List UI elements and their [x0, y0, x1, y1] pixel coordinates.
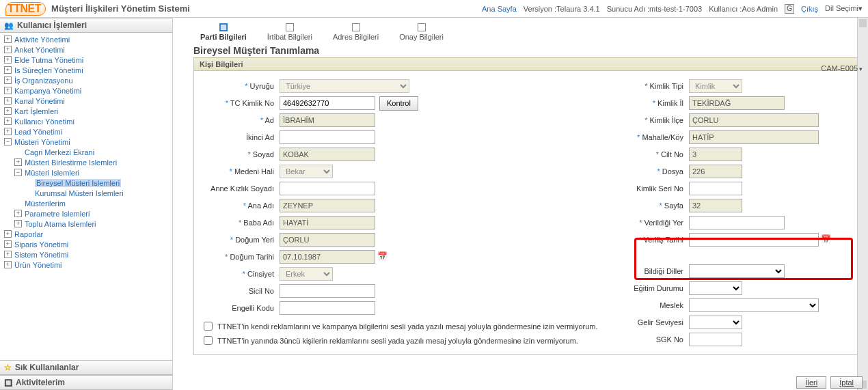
- app-header: TTNET Müşteri İlişkileri Yönetim Sistemi…: [0, 0, 868, 18]
- select-kimlik-tipi[interactable]: Kimlik: [689, 79, 742, 93]
- select-meslek[interactable]: [689, 298, 819, 312]
- input-cilt[interactable]: [689, 148, 742, 161]
- scrollbar[interactable]: [857, 18, 868, 390]
- input-dogum-tarihi[interactable]: [280, 250, 375, 264]
- users-icon: [4, 20, 14, 30]
- tree-item[interactable]: +Siparis Yönetimi: [0, 239, 172, 249]
- tree-item[interactable]: Cagri Merkezi Ekrani: [0, 147, 172, 157]
- expander-icon[interactable]: +: [4, 251, 12, 258]
- tree-item[interactable]: Bireysel Müsteri Islemleri: [0, 178, 172, 188]
- tree-item[interactable]: +Toplu Atama Islemleri: [0, 219, 172, 229]
- expander-icon[interactable]: +: [4, 56, 12, 64]
- expander-icon[interactable]: +: [4, 97, 12, 105]
- expander-icon[interactable]: +: [4, 107, 12, 115]
- input-mahalle[interactable]: [689, 130, 819, 144]
- tree-item[interactable]: +Müsteri Birlestirme Islemleri: [0, 157, 172, 167]
- input-verilis-tarihi[interactable]: [689, 233, 819, 247]
- tree-item[interactable]: +Kart İşlemleri: [0, 106, 172, 116]
- tree-item[interactable]: +Kampanya Yönetimi: [0, 85, 172, 96]
- tree-item[interactable]: +Anket Yönetimi: [0, 44, 172, 55]
- select-egitim[interactable]: [689, 281, 742, 295]
- tree-item[interactable]: +Aktivite Yönetimi: [0, 34, 172, 44]
- expander-icon[interactable]: +: [4, 87, 12, 94]
- tree-item[interactable]: −Müsteri Yönetimi: [0, 137, 172, 147]
- calendar-icon[interactable]: [377, 251, 388, 262]
- sidebar-panel-favorites[interactable]: Sık Kullanılanlar: [0, 360, 172, 375]
- input-ad[interactable]: [280, 113, 375, 127]
- tree-item[interactable]: +Raporlar: [0, 229, 172, 239]
- input-tckn[interactable]: [280, 96, 375, 110]
- tree-item[interactable]: Kurumsal Müsteri Islemleri: [0, 188, 172, 198]
- form-col-left: Uyruğu Türkiye TC Kimlik No Kontrol Ad İ…: [201, 76, 610, 349]
- wizard-box-icon: [352, 23, 360, 31]
- select-diller[interactable]: [689, 264, 785, 278]
- input-anne-kizlik[interactable]: [280, 182, 375, 195]
- lang-select[interactable]: Dil Seçimi▾: [825, 4, 863, 13]
- wizard-step[interactable]: Adres Bilgileri: [333, 23, 379, 41]
- label-dogum-tarihi: Doğum Tarihi: [201, 253, 280, 261]
- input-soyad[interactable]: [280, 148, 375, 161]
- label-dogum-yeri: Doğum Yeri: [201, 236, 280, 244]
- input-ana-adi[interactable]: [280, 199, 375, 212]
- input-verildigi-yer[interactable]: [689, 216, 785, 229]
- select-medeni[interactable]: Bekar: [280, 165, 333, 178]
- tree-item[interactable]: +Kullanıcı Yönetimi: [0, 116, 172, 126]
- input-dosya[interactable]: [689, 165, 742, 178]
- sidebar-panel-user-ops[interactable]: Kullanıcı İşlemleri: [0, 18, 172, 33]
- tree-item[interactable]: +Ürün Yönetimi: [0, 260, 172, 270]
- next-button[interactable]: İleri: [796, 376, 826, 389]
- tree-item[interactable]: +Sistem Yönetimi: [0, 249, 172, 260]
- refresh-icon[interactable]: G: [785, 4, 794, 14]
- consent-checkbox-2[interactable]: [204, 336, 213, 345]
- input-sicil[interactable]: [280, 284, 375, 298]
- tree-item[interactable]: +Kanal Yönetimi: [0, 96, 172, 106]
- tree-item[interactable]: +Parametre Islemleri: [0, 208, 172, 219]
- expander-icon[interactable]: +: [4, 128, 12, 135]
- input-kimlik-il[interactable]: [689, 96, 785, 110]
- wizard-step[interactable]: Onay Bilgileri: [399, 23, 444, 41]
- expander-icon[interactable]: −: [14, 169, 22, 176]
- expander-icon[interactable]: +: [4, 230, 12, 238]
- tree-item[interactable]: −Müsteri Islemleri: [0, 167, 172, 178]
- logout-link[interactable]: Çıkış: [801, 5, 818, 13]
- wizard-step[interactable]: Parti Bilgileri: [200, 23, 247, 41]
- home-link[interactable]: Ana Sayfa: [482, 5, 517, 13]
- sidebar-panel-activities[interactable]: Aktivitelerim: [0, 375, 172, 390]
- check-row-1[interactable]: TTNET'in kendi reklamlarını ve kampanya …: [201, 320, 610, 333]
- expander-icon[interactable]: +: [4, 46, 12, 53]
- tree-item[interactable]: Müsterilerim: [0, 198, 172, 208]
- expander-icon[interactable]: +: [4, 36, 12, 43]
- expander-icon[interactable]: +: [4, 66, 12, 74]
- expander-icon[interactable]: +: [4, 240, 12, 248]
- tree-item[interactable]: +Is Süreçleri Yönetimi: [0, 65, 172, 75]
- label-sayfa: Sayfa: [610, 201, 689, 210]
- input-seri[interactable]: [689, 182, 742, 195]
- expander-icon[interactable]: +: [14, 158, 22, 166]
- kontrol-button[interactable]: Kontrol: [379, 96, 418, 111]
- expander-icon[interactable]: +: [4, 76, 12, 84]
- input-engelli[interactable]: [280, 301, 375, 315]
- select-cinsiyet[interactable]: Erkek: [280, 267, 333, 281]
- input-sgk[interactable]: [689, 333, 742, 346]
- tree-item[interactable]: +Elde Tutma Yönetimi: [0, 55, 172, 65]
- cancel-button[interactable]: İptal: [830, 376, 863, 389]
- input-dogum-yeri[interactable]: [280, 233, 375, 247]
- select-uyrugu[interactable]: Türkiye: [280, 79, 409, 93]
- input-kimlik-ilce[interactable]: [689, 113, 819, 127]
- select-gelir[interactable]: [689, 316, 742, 329]
- expander-icon[interactable]: −: [4, 138, 12, 145]
- input-baba-adi[interactable]: [280, 216, 375, 229]
- expander-icon[interactable]: +: [14, 210, 22, 217]
- tree-item[interactable]: +Lead Yönetimi: [0, 126, 172, 137]
- calendar-icon[interactable]: [821, 234, 832, 245]
- page-code[interactable]: CAM-E005: [821, 64, 863, 72]
- input-sayfa[interactable]: [689, 199, 742, 212]
- input-ikinci-ad[interactable]: [280, 130, 375, 144]
- expander-icon[interactable]: +: [4, 117, 12, 125]
- tree-item[interactable]: +İş Organizasyonu: [0, 75, 172, 85]
- expander-icon[interactable]: +: [14, 220, 22, 227]
- consent-checkbox-1[interactable]: [204, 322, 213, 331]
- wizard-step[interactable]: İrtibat Bilgileri: [267, 23, 312, 41]
- check-row-2[interactable]: TTNET'in yanında 3üncü kişilerin reklaml…: [201, 334, 610, 347]
- expander-icon[interactable]: +: [4, 261, 12, 268]
